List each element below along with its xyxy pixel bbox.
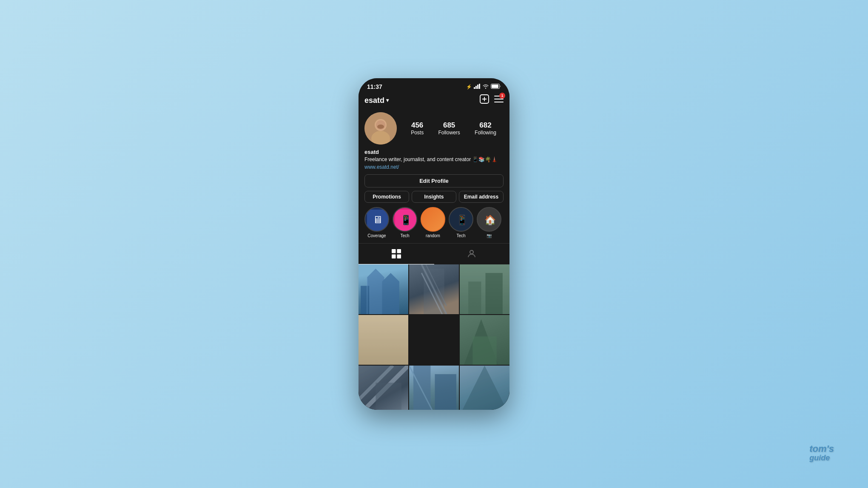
svg-text:🖥: 🖥 xyxy=(373,214,383,225)
photo-grid xyxy=(359,264,509,410)
following-stat[interactable]: 682 Following xyxy=(475,121,496,136)
photo-2 xyxy=(409,264,459,314)
svg-rect-29 xyxy=(392,254,396,258)
posts-count: 456 xyxy=(411,121,423,130)
photo-5 xyxy=(460,315,509,365)
profile-bio: Freelance writer, journalist, and conten… xyxy=(364,156,504,163)
svg-rect-35 xyxy=(361,286,369,314)
insights-button[interactable]: Insights xyxy=(412,191,456,203)
photo-cell-4[interactable] xyxy=(359,315,408,365)
email-address-button[interactable]: Email address xyxy=(459,191,504,203)
following-count: 682 xyxy=(479,121,491,130)
followers-count: 685 xyxy=(443,121,455,130)
action-buttons: Promotions Insights Email address xyxy=(364,191,504,203)
svg-rect-46 xyxy=(472,336,496,365)
svg-rect-30 xyxy=(397,254,401,258)
photo-3 xyxy=(460,264,509,314)
watermark: tom's guide xyxy=(809,444,834,462)
svg-rect-11 xyxy=(494,102,504,102)
svg-rect-32 xyxy=(470,250,473,254)
story-coverage[interactable]: 🖥 Coverage xyxy=(364,207,389,238)
menu-button[interactable]: 1 xyxy=(494,94,504,106)
story-label-random: random xyxy=(426,233,440,238)
svg-rect-27 xyxy=(392,249,396,253)
svg-rect-49 xyxy=(376,383,401,410)
svg-rect-5 xyxy=(492,85,498,88)
add-post-button[interactable] xyxy=(480,94,489,106)
signal-icon xyxy=(474,84,481,90)
svg-rect-43 xyxy=(486,273,503,314)
story-last[interactable]: 🏠 📷 xyxy=(477,207,501,238)
profile-section: 456 Posts 685 Followers 682 Following es… xyxy=(359,110,509,243)
content-area: 456 Posts 685 Followers 682 Following es… xyxy=(359,110,509,410)
posts-stat[interactable]: 456 Posts xyxy=(411,121,424,136)
watermark-line2: guide xyxy=(809,454,834,462)
photo-4 xyxy=(359,315,408,365)
photo-8 xyxy=(460,366,509,410)
svg-rect-51 xyxy=(435,374,456,410)
username-text: esatd xyxy=(364,96,384,105)
photo-cell-8[interactable] xyxy=(460,366,509,410)
story-random[interactable]: random xyxy=(421,207,445,238)
svg-rect-42 xyxy=(468,281,481,314)
tab-tagged[interactable] xyxy=(434,244,510,264)
story-label-tech1: Tech xyxy=(400,233,409,238)
status-time: 11:37 xyxy=(367,83,382,90)
svg-point-16 xyxy=(377,125,384,129)
bluetooth-icon: ⚡ xyxy=(466,84,472,90)
photo-cell-6[interactable] xyxy=(359,366,408,410)
header-actions: 1 xyxy=(480,94,504,106)
svg-rect-28 xyxy=(397,249,401,253)
avatar-image xyxy=(364,112,397,145)
wifi-icon xyxy=(482,84,489,90)
photo-cell-2[interactable] xyxy=(409,264,459,314)
story-tech1[interactable]: 📱 Tech xyxy=(393,207,417,238)
photo-cell-5[interactable] xyxy=(460,315,509,365)
highlights-row: 🖥 Coverage 📱 Tech xyxy=(364,207,504,241)
status-bar: 11:37 ⚡ xyxy=(359,78,509,92)
photo-1 xyxy=(359,264,408,314)
story-label-coverage: Coverage xyxy=(367,233,386,238)
stats-container: 456 Posts 685 Followers 682 Following xyxy=(404,121,504,136)
story-label-tech2: Tech xyxy=(456,233,465,238)
followers-stat[interactable]: 685 Followers xyxy=(438,121,460,136)
profile-header: esatd ▾ 1 xyxy=(359,92,509,110)
svg-rect-44 xyxy=(359,315,408,365)
story-label-last: 📷 xyxy=(487,233,492,238)
svg-text:📱: 📱 xyxy=(456,214,468,226)
phone-frame: 11:37 ⚡ xyxy=(359,78,509,410)
photo-6 xyxy=(359,366,408,410)
svg-rect-1 xyxy=(475,86,477,89)
avatar[interactable] xyxy=(364,112,397,145)
svg-rect-10 xyxy=(494,99,504,99)
profile-link[interactable]: www.esatd.net/ xyxy=(364,164,504,170)
promotions-button[interactable]: Promotions xyxy=(364,191,409,203)
photo-cell-3[interactable] xyxy=(460,264,509,314)
photo-cell-1[interactable] xyxy=(359,264,408,314)
story-circle-coverage: 🖥 xyxy=(364,207,389,232)
posts-label: Posts xyxy=(411,130,424,136)
svg-text:📱: 📱 xyxy=(400,214,412,226)
story-circle-tech1: 📱 xyxy=(393,207,417,232)
photo-cell-7[interactable] xyxy=(409,366,459,410)
tab-grid[interactable] xyxy=(359,244,434,264)
story-tech2[interactable]: 📱 Tech xyxy=(449,207,473,238)
svg-marker-34 xyxy=(382,273,399,314)
svg-rect-2 xyxy=(477,85,478,89)
profile-username: esatd xyxy=(364,149,504,155)
story-circle-last: 🏠 xyxy=(477,207,501,232)
profile-stats-row: 456 Posts 685 Followers 682 Following xyxy=(364,112,504,145)
status-icons: ⚡ xyxy=(466,84,501,90)
watermark-line1: tom's xyxy=(809,444,834,454)
battery-icon xyxy=(491,84,501,90)
photo-7 xyxy=(409,366,459,410)
followers-label: Followers xyxy=(438,130,460,136)
notification-badge: 1 xyxy=(499,93,505,99)
content-tabs xyxy=(359,243,509,264)
following-label: Following xyxy=(475,130,496,136)
svg-rect-0 xyxy=(474,87,475,89)
story-circle-random xyxy=(421,207,445,232)
edit-profile-button[interactable]: Edit Profile xyxy=(364,174,504,187)
svg-rect-3 xyxy=(479,84,480,89)
username-section[interactable]: esatd ▾ xyxy=(364,96,389,105)
